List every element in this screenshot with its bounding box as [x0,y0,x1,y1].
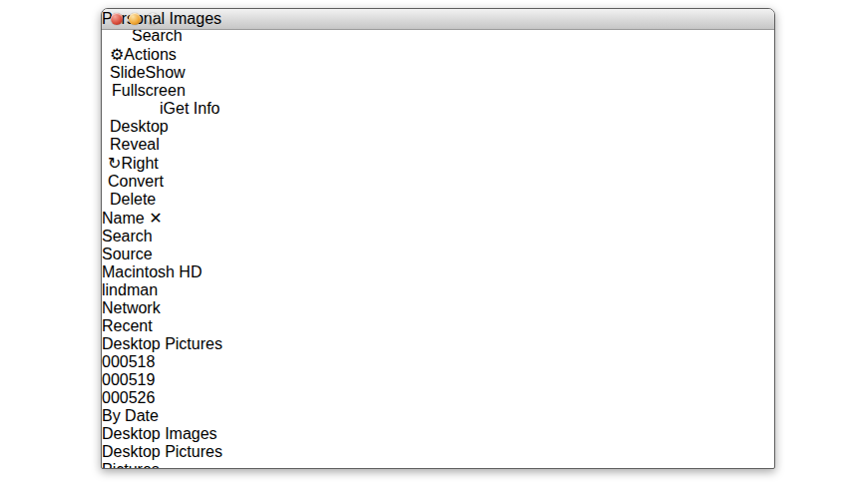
toolbar-button-label: Right [121,155,158,172]
source-header: Source [102,245,774,263]
toolbar-button-label: Delete [110,191,156,208]
sidebar-item-by-date[interactable]: By Date [102,407,774,425]
search-label: Search [102,228,153,244]
sidebar-item-label: Desktop Pictures [102,443,222,460]
convert-button[interactable]: Convert [108,173,774,191]
sidebar-item-label: Desktop Pictures [102,335,222,352]
sidebar-item-label: Network [102,299,161,316]
toolbar-button-label: Fullscreen [112,82,186,99]
sidebar-item-label: Recent [102,317,153,334]
title-bar[interactable]: Personal Images [102,9,774,30]
sidebar-item-desktop-pictures[interactable]: Desktop Pictures [102,335,774,353]
traffic-lights [111,13,159,25]
sidebar-item-label: lindman [102,281,158,298]
close-button[interactable] [111,13,123,25]
app-window: Personal Images View Search⚙ActionsSlide… [101,8,775,469]
search-input[interactable]: Name ✕ [102,209,774,228]
toolbar-button-label: Actions [124,46,176,63]
rotate-icon: ↻ [108,155,121,172]
reveal-button[interactable]: Reveal [110,136,774,154]
search-placeholder: Name [102,210,145,227]
sidebar-item-000518[interactable]: 000518 [102,353,774,371]
body-area: Source Macintosh HDlindmanNetworkRecentD… [102,245,774,469]
toolbar: View Search⚙ActionsSlideShowFullscreeniG… [102,9,774,245]
fullscreen-button[interactable]: Fullscreen [112,82,774,100]
toolbar-button-label: Desktop [110,118,169,135]
source-sidebar: Source Macintosh HDlindmanNetworkRecentD… [102,245,774,469]
sidebar-item-macintosh-hd[interactable]: Macintosh HD [102,263,774,281]
delete-button[interactable]: Delete [110,191,774,209]
search-field-group: Name ✕ Search [102,209,774,245]
actions-button[interactable]: ⚙Actions [110,45,774,64]
sidebar-item-desktop-pictures[interactable]: Desktop Pictures [102,443,774,461]
toolbar-buttons: Search⚙ActionsSlideShowFullscreeniGet In… [102,27,774,209]
toolbar-button-label: SlideShow [110,64,186,81]
sidebar-item-pictures[interactable]: Pictures [102,461,774,469]
sidebar-item-label: 000526 [102,389,155,406]
toolbar-button-label: Get Info [164,100,220,117]
sidebar-item-recent[interactable]: Recent [102,317,774,335]
sidebar-item-000519[interactable]: 000519 [102,371,774,389]
clear-search-icon[interactable]: ✕ [149,210,162,227]
sidebar-item-000526[interactable]: 000526 [102,389,774,407]
toolbar-button-label: Reveal [110,136,160,153]
slideshow-button[interactable]: SlideShow [110,64,774,82]
toolbar-button-label: Convert [108,173,164,190]
minimize-button[interactable] [129,13,141,25]
sidebar-item-label: Pictures [102,461,160,469]
sidebar-item-desktop-images[interactable]: Desktop Images [102,425,774,443]
sidebar-item-label: 000519 [102,371,155,388]
sidebar-item-label: Macintosh HD [102,263,202,280]
source-list: Macintosh HDlindmanNetworkRecentDesktop … [102,263,774,469]
sidebar-item-label: Desktop Images [102,425,217,442]
get-info-button[interactable]: iGet Info [160,100,774,118]
sidebar-item-label: By Date [102,407,159,424]
zoom-button[interactable] [147,13,159,25]
screenshot-stage: Personal Images View Search⚙ActionsSlide… [0,0,868,489]
desktop-button[interactable]: Desktop [110,118,774,136]
sidebar-item-network[interactable]: Network [102,299,774,317]
sidebar-item-lindman[interactable]: lindman [102,281,774,299]
gear-icon: ⚙ [110,46,124,63]
sidebar-item-label: 000518 [102,353,155,370]
right-button[interactable]: ↻Right [108,154,774,173]
